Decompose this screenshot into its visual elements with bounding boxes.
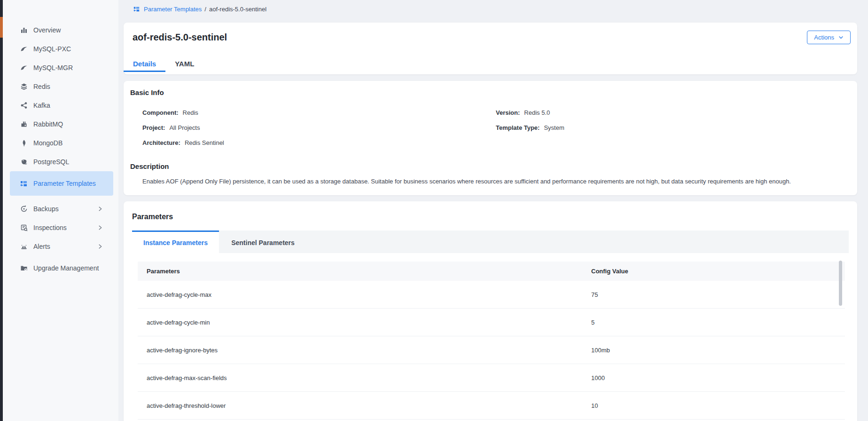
- parameters-title: Parameters: [132, 213, 173, 221]
- info-field-label: Architecture:: [142, 139, 180, 146]
- backup-restore-icon: [20, 205, 28, 213]
- column-header-config-value: Config Value: [591, 268, 845, 275]
- sidebar-item-parameter-templates[interactable]: Parameter Templates: [10, 171, 113, 196]
- sidebar-item-label: Upgrade Management: [33, 264, 109, 273]
- info-field-value: Redis: [183, 109, 198, 116]
- sidebar-item-label: MongoDB: [33, 139, 109, 148]
- bar-chart-icon: [20, 26, 28, 34]
- table-row[interactable]: active-defrag-ignore-bytes 100mb: [138, 336, 845, 364]
- tab-instance-parameters[interactable]: Instance Parameters: [132, 230, 219, 253]
- sidebar-item-label: MySQL-MGR: [33, 64, 109, 72]
- column-header-parameters: Parameters: [138, 268, 591, 275]
- parameter-templates-icon: [133, 6, 140, 13]
- sidebar-item-postgresql[interactable]: PostgreSQL: [10, 152, 113, 171]
- sidebar-item-mongodb[interactable]: MongoDB: [10, 134, 113, 152]
- basic-info-card: Basic Info Component: Redis Project: All…: [124, 81, 857, 195]
- sidebar-item-upgrade-management[interactable]: Upgrade Management: [10, 256, 113, 280]
- app-dock-rail: [0, 0, 3, 421]
- tab-sentinel-parameters[interactable]: Sentinel Parameters: [219, 230, 307, 253]
- table-row[interactable]: active-defrag-cycle-max 75: [138, 281, 845, 309]
- dock-active-indicator: [0, 17, 3, 38]
- breadcrumb-current: aof-redis-5.0-sentinel: [209, 6, 266, 13]
- breadcrumb: Parameter Templates / aof-redis-5.0-sent…: [133, 6, 266, 13]
- tab-details[interactable]: Details: [124, 56, 165, 72]
- table-scrollbar[interactable]: [839, 261, 842, 306]
- sidebar-item-kafka[interactable]: Kafka: [10, 96, 113, 115]
- mongodb-leaf-icon: [20, 139, 28, 147]
- parameter-name: active-defrag-max-scan-fields: [138, 374, 591, 381]
- chevron-right-icon: [97, 206, 103, 212]
- sidebar-item-overview[interactable]: Overview: [10, 21, 113, 40]
- info-field-value: System: [544, 124, 564, 131]
- table-row[interactable]: active-defrag-max-scan-fields 1000: [138, 364, 845, 392]
- parameters-tab-bar: Instance Parameters Sentinel Parameters: [132, 230, 849, 253]
- chevron-down-icon: [838, 35, 844, 40]
- mysql-dolphin-icon: [20, 64, 28, 72]
- sidebar-item-inspections[interactable]: Inspections: [10, 218, 113, 237]
- parameter-templates-icon: [20, 180, 28, 188]
- parameter-name: active-defrag-cycle-min: [138, 319, 591, 326]
- detail-tabs: Details YAML: [124, 56, 203, 72]
- parameter-value: 100mb: [591, 347, 845, 354]
- kafka-nodes-icon: [20, 102, 28, 110]
- info-field-value: Redis Sentinel: [185, 139, 224, 146]
- sidebar-item-mysql-mgr[interactable]: MySQL-MGR: [10, 58, 113, 77]
- upgrade-folder-icon: [20, 264, 28, 272]
- breadcrumb-root-link[interactable]: Parameter Templates: [144, 6, 202, 13]
- parameter-name: active-defrag-cycle-max: [138, 291, 591, 298]
- info-field-value: Redis 5.0: [524, 109, 550, 116]
- redis-stack-icon: [20, 83, 28, 91]
- info-field-project: Project: All Projects: [142, 120, 224, 135]
- mysql-dolphin-icon: [20, 45, 28, 53]
- sidebar-item-label: Kafka: [33, 101, 109, 110]
- breadcrumb-separator: /: [204, 6, 206, 13]
- sidebar-item-label: RabbitMQ: [33, 120, 109, 129]
- sidebar-item-label: Backups: [33, 205, 97, 214]
- parameters-card: Parameters Instance Parameters Sentinel …: [124, 201, 857, 421]
- sidebar-item-label: Redis: [33, 82, 109, 91]
- sidebar-item-alerts[interactable]: Alerts: [10, 237, 113, 256]
- description-text: Enables AOF (Append Only File) persisten…: [142, 177, 838, 186]
- table-row[interactable]: active-defrag-threshold-lower 10: [138, 392, 845, 420]
- parameter-value: 5: [591, 319, 845, 326]
- chevron-right-icon: [97, 225, 103, 230]
- sidebar-item-label: PostgreSQL: [33, 158, 109, 167]
- sidebar-item-label: Parameter Templates: [33, 179, 109, 188]
- inspection-icon: [20, 224, 28, 232]
- basic-info-left-column: Component: Redis Project: All Projects A…: [142, 105, 224, 150]
- tab-yaml[interactable]: YAML: [165, 56, 203, 72]
- sidebar: Overview MySQL-PXC MySQL-MGR Redis Kafka…: [3, 0, 118, 421]
- info-field-value: All Projects: [169, 124, 200, 131]
- parameter-name: active-defrag-ignore-bytes: [138, 347, 591, 354]
- parameter-value: 10: [591, 402, 845, 409]
- sidebar-item-label: Alerts: [33, 242, 97, 251]
- sidebar-item-label: Inspections: [33, 223, 97, 232]
- actions-button-label: Actions: [814, 34, 834, 41]
- info-field-label: Version:: [496, 109, 520, 116]
- template-header-card: aof-redis-5.0-sentinel Actions Details Y…: [124, 23, 857, 74]
- parameter-value: 1000: [591, 374, 845, 381]
- table-row[interactable]: active-defrag-cycle-min 5: [138, 309, 845, 336]
- sidebar-item-mysql-pxc[interactable]: MySQL-PXC: [10, 40, 113, 58]
- sidebar-item-label: Overview: [33, 26, 109, 35]
- chevron-right-icon: [97, 244, 103, 249]
- info-field-label: Project:: [142, 124, 165, 131]
- info-field-template-type: Template Type: System: [496, 120, 564, 135]
- sidebar-item-redis[interactable]: Redis: [10, 77, 113, 96]
- sidebar-item-label: MySQL-PXC: [33, 45, 109, 54]
- actions-button[interactable]: Actions: [807, 31, 851, 44]
- info-field-version: Version: Redis 5.0: [496, 105, 564, 120]
- parameter-value: 75: [591, 291, 845, 298]
- rabbitmq-icon: [20, 120, 28, 128]
- basic-info-right-column: Version: Redis 5.0 Template Type: System: [496, 105, 564, 135]
- info-field-label: Template Type:: [496, 124, 540, 131]
- basic-info-title: Basic Info: [130, 88, 164, 96]
- postgresql-elephant-icon: [20, 158, 28, 166]
- info-field-component: Component: Redis: [142, 105, 224, 120]
- alert-siren-icon: [20, 243, 28, 251]
- sidebar-item-backups[interactable]: Backups: [10, 199, 113, 218]
- info-field-label: Component:: [142, 109, 179, 116]
- sidebar-item-rabbitmq[interactable]: RabbitMQ: [10, 115, 113, 134]
- description-title: Description: [130, 162, 169, 170]
- info-field-architecture: Architecture: Redis Sentinel: [142, 135, 224, 150]
